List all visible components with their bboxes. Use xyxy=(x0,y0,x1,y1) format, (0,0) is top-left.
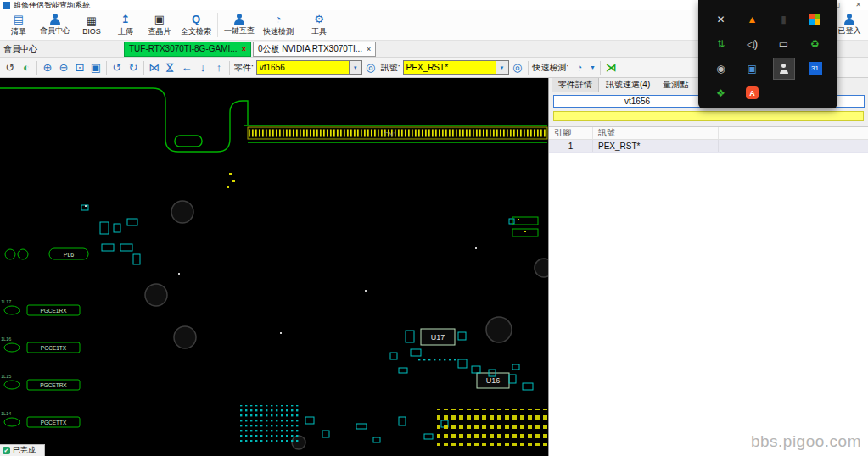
board-tab[interactable]: 0公板 NVIDIA RTX3070TI... × xyxy=(253,42,376,57)
window-title: 維修伴侶智能查詢系統 xyxy=(14,0,90,11)
list-button[interactable]: ▤ 清單 xyxy=(2,10,36,40)
status-text: 已完成 xyxy=(13,445,36,456)
logged-in-button[interactable]: 已登入 xyxy=(832,10,866,40)
pad-array xyxy=(437,409,547,446)
avast-icon[interactable]: A xyxy=(746,86,759,99)
chevron-down-icon[interactable]: ▼ xyxy=(587,60,597,75)
steam-icon[interactable]: ◉ xyxy=(716,63,725,75)
calendar-icon[interactable]: 31 xyxy=(809,62,822,75)
board-outline xyxy=(0,88,547,152)
gauge-icon: ◔ xyxy=(275,14,282,25)
test-points xyxy=(227,173,526,232)
connector-label: CN1 xyxy=(384,131,398,138)
edge-module[interactable]: 1L14 PGCETTX xyxy=(1,411,80,427)
edge-module[interactable]: 1L15 PGCETRX xyxy=(1,374,80,390)
part-combo-input[interactable] xyxy=(256,60,350,75)
tray-icon-grid: ✕ ▲ ▮ ⇅ ◁) ▭ ♻ ◉ ▣ 31 ❖ A xyxy=(698,0,837,105)
table-header: 引腳 訊號 xyxy=(549,127,868,140)
app-window: 維修伴侶智能查詢系統 ▢ ✕ ▤ 清單 會員中心 ▦ BIOS ↥ 上傳 ▣ 查… xyxy=(0,0,868,456)
chip-icon: ▣ xyxy=(154,14,165,25)
detail-panel: 零件詳情 訊號速選(4) 量測點 vt1656 零配件 引腳 訊號 1 PEX_… xyxy=(548,78,868,456)
pl6-label: PL6 xyxy=(64,252,75,258)
close-icon[interactable]: × xyxy=(367,45,371,53)
bios-icon: ▦ xyxy=(87,14,97,26)
zoom-out-icon[interactable]: ⊖ xyxy=(56,60,71,75)
vlc-icon[interactable]: ▲ xyxy=(748,14,758,25)
separator xyxy=(600,61,601,75)
flip-vertical-icon[interactable]: ⋈ xyxy=(163,60,178,75)
quick-detect-button[interactable]: ◔ 快速檢測 xyxy=(259,10,298,40)
zoom-region-icon[interactable]: ⊡ xyxy=(72,60,87,75)
bios-button[interactable]: ▦ BIOS xyxy=(75,10,109,40)
tab-measure-points[interactable]: 量測點 xyxy=(657,78,694,92)
zoom-fit-icon[interactable]: ▣ xyxy=(88,60,104,75)
blue-app-icon[interactable]: ▣ xyxy=(748,63,757,75)
globe-icon[interactable]: ◐ xyxy=(19,60,34,75)
compass-icon[interactable]: ◔ xyxy=(571,60,586,75)
fulltext-search-button[interactable]: Q 全文檢索 xyxy=(176,10,216,40)
chevron-down-icon[interactable]: ▼ xyxy=(496,60,509,75)
dock-panel-label[interactable]: 會員中心 xyxy=(0,43,124,55)
table-row[interactable]: 1 PEX_RST* xyxy=(549,140,868,153)
app-icon xyxy=(3,2,10,9)
tab-signal-quickpick[interactable]: 訊號速選(4) xyxy=(600,78,656,92)
chevron-down-icon[interactable]: ▼ xyxy=(350,60,362,75)
toolbar-separator xyxy=(217,13,218,37)
member-center-button[interactable]: 會員中心 xyxy=(36,10,75,40)
board-tab-active[interactable]: TUF-RTX3070TI-8G-GAMI... × xyxy=(124,42,251,57)
edge-module[interactable]: 1L16 PGCE1TX xyxy=(1,336,80,353)
watermark: bbs.pigoo.com xyxy=(751,432,861,451)
toolbar-separator xyxy=(300,13,300,37)
chip-lookup-button[interactable]: ▣ 查晶片 xyxy=(143,10,176,40)
component-pl6[interactable]: PL6 xyxy=(5,248,88,259)
pan-up-icon[interactable]: ↑ xyxy=(211,60,227,75)
tray-flyout: ✕ ▲ ▮ ⇅ ◁) ▭ ♻ ◉ ▣ 31 ❖ A xyxy=(698,0,837,108)
module-tag: 1L16 xyxy=(1,336,11,342)
flip-horizontal-icon[interactable]: ⋈ xyxy=(147,60,162,75)
separator xyxy=(143,61,144,75)
pan-down-icon[interactable]: ↓ xyxy=(195,60,210,75)
x-app-icon[interactable]: ✕ xyxy=(716,14,725,25)
tools-button[interactable]: ⚙ 工具 xyxy=(302,10,336,40)
sync-icon[interactable]: ♻ xyxy=(810,38,820,50)
pcb-viewport[interactable]: CN1 PL6 xyxy=(0,78,548,456)
leaf-icon[interactable]: ❖ xyxy=(716,87,725,99)
hidden-app-icon[interactable]: ▮ xyxy=(781,14,787,25)
cross-check-button[interactable]: 一鍵互查 xyxy=(220,10,259,40)
col-header-pin[interactable]: 引腳 xyxy=(549,127,593,139)
redo-icon[interactable]: ↻ xyxy=(126,60,141,75)
button-label: 一鍵互查 xyxy=(224,25,255,36)
undo-icon[interactable]: ↺ xyxy=(109,60,125,75)
upload-button[interactable]: ↥ 上傳 xyxy=(109,10,143,40)
module-label: PGCETTX xyxy=(41,420,67,425)
selected-part-box[interactable]: vt1656 xyxy=(553,95,721,108)
module-tag: 1L15 xyxy=(1,374,11,379)
share-net-icon[interactable]: ⋊ xyxy=(603,60,619,75)
col-header-signal[interactable]: 訊號 xyxy=(593,127,719,139)
component-u17[interactable]: U17 xyxy=(421,329,455,345)
user-tray-icon[interactable] xyxy=(774,58,794,79)
separator xyxy=(106,61,107,75)
signal-combo-input[interactable] xyxy=(403,60,496,75)
connector-cn1[interactable]: CN1 xyxy=(248,127,547,139)
dense-smd-grid xyxy=(239,405,299,444)
button-label: BIOS xyxy=(82,27,101,36)
windows-icon[interactable] xyxy=(809,14,820,25)
close-button[interactable]: ✕ xyxy=(855,2,861,8)
back-icon[interactable]: ↺ xyxy=(3,60,18,75)
user-icon xyxy=(843,14,855,25)
arrows-icon[interactable]: ⇅ xyxy=(716,38,725,50)
gear-icon: ⚙ xyxy=(314,14,324,25)
close-icon[interactable]: × xyxy=(242,45,246,53)
tab-part-details[interactable]: 零件詳情 xyxy=(552,78,599,92)
pcb-canvas[interactable]: CN1 PL6 xyxy=(0,78,548,456)
edge-module[interactable]: 1L17 PGCE1RX xyxy=(1,299,80,315)
zoom-in-icon[interactable]: ⊕ xyxy=(40,60,55,75)
volume-icon[interactable]: ◁) xyxy=(747,38,758,50)
component-u16[interactable]: U16 xyxy=(477,373,509,388)
cell-pin: 1 xyxy=(549,140,593,152)
locate-part-icon[interactable]: ◎ xyxy=(363,60,378,75)
display-icon[interactable]: ▭ xyxy=(779,38,788,50)
pan-left-icon[interactable]: ← xyxy=(179,60,194,75)
locate-signal-icon[interactable]: ◎ xyxy=(510,60,525,75)
